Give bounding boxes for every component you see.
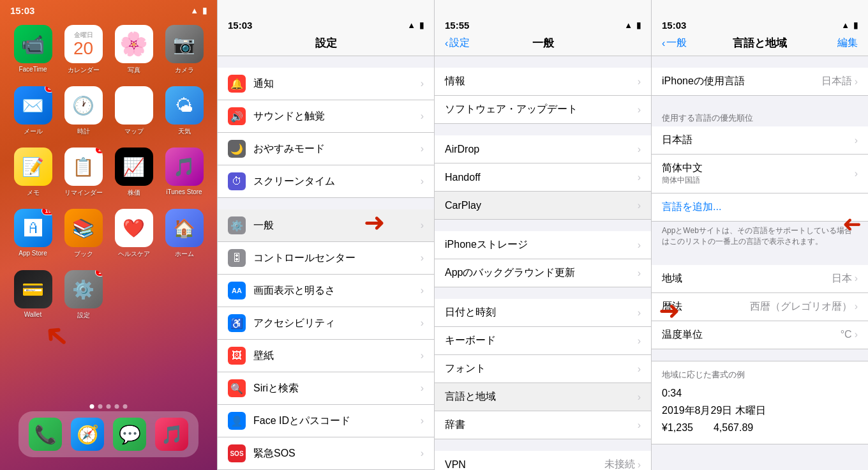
- settings-row-siri[interactable]: 🔍 Siriと検索 ›: [218, 372, 434, 405]
- chevron-left-icon2: ‹: [662, 38, 665, 49]
- settings-row-faceid[interactable]: 👤 Face IDとパスコード ›: [218, 405, 434, 437]
- settings-title: 設定: [315, 36, 337, 50]
- settings-row-controlcenter[interactable]: 🎛 コントロールセンター ›: [218, 242, 434, 275]
- language-title: 言語と地域: [733, 36, 787, 50]
- settings-row-general[interactable]: ⚙️ 一般 ›: [218, 209, 434, 242]
- settings-row-sound[interactable]: 🔊 サウンドと触覚 ›: [218, 100, 434, 133]
- general-title: 一般: [532, 36, 554, 50]
- calendar-row[interactable]: 暦法 西暦（グレゴリオ暦） ›: [652, 293, 868, 321]
- dock-messages[interactable]: 💬: [113, 418, 146, 451]
- general-nav-bar: 15:55 ▲ ▮ ‹ 設定 一般: [435, 0, 651, 56]
- settings-row-accessibility[interactable]: ♿ アクセシビリティ ›: [218, 307, 434, 340]
- general-row-datetime[interactable]: 日付と時刻 ›: [435, 299, 651, 327]
- settings-status-bar: 15:03 ▲ ▮: [228, 15, 424, 33]
- app-settings[interactable]: ⚙️ 1 設定: [62, 270, 105, 320]
- page-dots: [90, 404, 128, 409]
- general-row-language[interactable]: 言語と地域 ›: [435, 383, 651, 411]
- general-row-bgrefresh[interactable]: Appのバックグラウンド更新 ›: [435, 259, 651, 287]
- app-maps[interactable]: 🗺 マップ: [112, 86, 155, 136]
- wifi-icon3: ▲: [624, 20, 632, 30]
- app-photos[interactable]: 🌸 写真: [112, 25, 155, 75]
- general-row-dictionary[interactable]: 辞書 ›: [435, 411, 651, 439]
- home-time: 15:03: [10, 5, 34, 16]
- battery-icon2: ▮: [419, 20, 424, 30]
- app-notes[interactable]: 📝 メモ: [11, 148, 54, 197]
- app-clock[interactable]: 🕐 時計: [62, 86, 105, 136]
- battery-icon3: ▮: [636, 20, 641, 30]
- app-appstore[interactable]: 🅰 19 App Store: [11, 209, 54, 259]
- settings-panel: 15:03 ▲ ▮ 設定 🔔 通知 › 🔊 サウンドと触覚 › 🌙 おやすみモー…: [217, 0, 434, 470]
- lang-note: AppとWebサイトは、その言語をサポートしている場合はこのリストの一番上の言語…: [652, 222, 868, 254]
- language-nav-bar: 15:03 ▲ ▮ ‹ 一般 言語と地域 編集: [652, 0, 868, 56]
- format-example: 地域に応じた書式の例 0:34 2019年8月29日 木曜日 ¥1,235 4,…: [652, 361, 868, 445]
- language-status-bar: 15:03 ▲ ▮: [662, 15, 858, 33]
- region-row[interactable]: 地域 日本 ›: [652, 265, 868, 293]
- settings-row-wallpaper[interactable]: 🖼 壁紙 ›: [218, 340, 434, 372]
- settings-row-donotdisturb[interactable]: 🌙 おやすみモード ›: [218, 133, 434, 165]
- app-grid: 📹 FaceTime 金曜日 20 カレンダー 🌸 写真 📷 カメラ ✉️ 4 …: [0, 19, 217, 320]
- lang-row-japanese[interactable]: 日本語 ›: [652, 126, 868, 155]
- general-row-storage[interactable]: iPhoneストレージ ›: [435, 231, 651, 259]
- settings-time: 15:03: [228, 20, 252, 31]
- settings-nav-bar: 15:03 ▲ ▮ 設定: [218, 0, 434, 56]
- general-back-button[interactable]: ‹ 設定: [445, 36, 470, 50]
- app-weather[interactable]: 🌤 天気: [163, 86, 206, 136]
- lang-priority-title: 使用する言語の優先順位: [652, 107, 868, 126]
- dock: 📞 🧭 💬 🎵: [19, 411, 198, 457]
- language-time: 15:03: [662, 20, 686, 31]
- settings-row-sos[interactable]: SOS 緊急SOS ›: [218, 437, 434, 470]
- app-mail[interactable]: ✉️ 4 メール: [11, 86, 54, 136]
- general-row-info[interactable]: 情報 ›: [435, 68, 651, 96]
- app-reminders[interactable]: 📋 2 リマインダー: [62, 148, 105, 197]
- general-row-carplay[interactable]: CarPlay ›: [435, 192, 651, 220]
- app-facetime[interactable]: 📹 FaceTime: [11, 25, 54, 75]
- general-row-fonts[interactable]: フォント ›: [435, 355, 651, 383]
- app-itunes[interactable]: 🎵 iTunes Store: [163, 148, 206, 197]
- general-panel: 15:55 ▲ ▮ ‹ 設定 一般 情報 › ソフトウェア・アップデート › A…: [434, 0, 651, 470]
- dock-safari[interactable]: 🧭: [71, 418, 104, 451]
- battery-icon4: ▮: [853, 20, 858, 30]
- app-home[interactable]: 🏠 ホーム: [163, 209, 206, 259]
- general-row-handoff[interactable]: Handoff ›: [435, 163, 651, 192]
- app-books[interactable]: 📚 ブック: [62, 209, 105, 259]
- language-panel: 15:03 ▲ ▮ ‹ 一般 言語と地域 編集 iPhoneの使用言語 日本語 …: [651, 0, 868, 470]
- general-row-software[interactable]: ソフトウェア・アップデート ›: [435, 96, 651, 124]
- settings-row-notification[interactable]: 🔔 通知 ›: [218, 68, 434, 100]
- home-screen: 15:03 ▲ ▮ 📹 FaceTime 金曜日 20 カレンダー 🌸 写真 📷…: [0, 0, 217, 470]
- general-list: 情報 › ソフトウェア・アップデート › AirDrop › Handoff ›…: [435, 56, 651, 470]
- wifi-icon4: ▲: [841, 20, 849, 30]
- general-row-vpn[interactable]: VPN 未接続 ›: [435, 451, 651, 470]
- wifi-icon2: ▲: [407, 20, 415, 30]
- add-language-row[interactable]: 言語を追加...: [652, 193, 868, 222]
- app-health[interactable]: ❤️ ヘルスケア: [112, 209, 155, 259]
- arrow-to-settings: ➜: [35, 315, 78, 360]
- wifi-icon: ▲: [190, 6, 198, 15]
- home-status-icons: ▲ ▮: [190, 6, 207, 15]
- dock-phone[interactable]: 📞: [29, 418, 62, 451]
- general-status-bar: 15:55 ▲ ▮: [445, 15, 641, 33]
- lang-row-chinese[interactable]: 简体中文 簡体中国語 ›: [652, 155, 868, 193]
- app-camera[interactable]: 📷 カメラ: [163, 25, 206, 75]
- language-back-button[interactable]: ‹ 一般: [662, 36, 687, 50]
- general-row-airdrop[interactable]: AirDrop ›: [435, 135, 651, 163]
- app-stocks[interactable]: 📈 株価: [112, 148, 155, 197]
- temp-row[interactable]: 温度単位 °C ›: [652, 321, 868, 349]
- home-status-bar: 15:03 ▲ ▮: [0, 0, 217, 19]
- settings-row-screentime[interactable]: ⏱ スクリーンタイム ›: [218, 165, 434, 198]
- language-list: iPhoneの使用言語 日本語 › 使用する言語の優先順位 日本語 › 简体中文…: [652, 56, 868, 470]
- iphone-lang-row[interactable]: iPhoneの使用言語 日本語 ›: [652, 68, 868, 96]
- app-calendar[interactable]: 金曜日 20 カレンダー: [62, 25, 105, 75]
- dock-music[interactable]: 🎵: [155, 418, 188, 451]
- battery-icon: ▮: [202, 6, 207, 15]
- general-time: 15:55: [445, 20, 469, 31]
- settings-row-display[interactable]: AA 画面表示と明るさ ›: [218, 275, 434, 307]
- chevron-left-icon: ‹: [445, 38, 448, 49]
- settings-list: 🔔 通知 › 🔊 サウンドと触覚 › 🌙 おやすみモード › ⏱ スクリーンタイ…: [218, 56, 434, 470]
- app-wallet[interactable]: 💳 Wallet: [11, 270, 54, 320]
- general-row-keyboard[interactable]: キーボード ›: [435, 327, 651, 355]
- language-edit-button[interactable]: 編集: [837, 36, 858, 50]
